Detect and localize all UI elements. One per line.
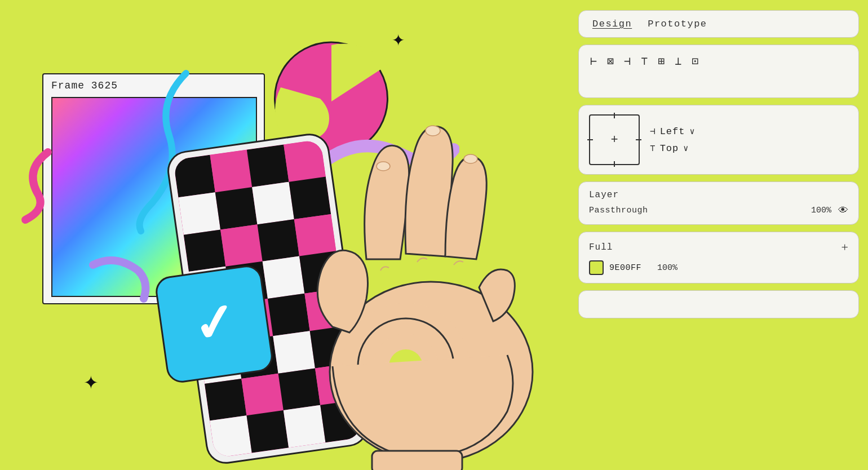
check-badge: ✓: [154, 264, 275, 385]
align-right-icon[interactable]: ⊣: [624, 54, 631, 68]
fill-card: Full + 9E00FF 100%: [578, 232, 859, 283]
layer-opacity-value[interactable]: 100%: [811, 206, 831, 215]
svg-point-7: [464, 154, 477, 163]
fill-title: Full: [589, 242, 613, 252]
horizontal-label[interactable]: Left: [660, 126, 685, 137]
align-bottom-icon[interactable]: ⊥: [675, 54, 681, 68]
hand-illustration: [293, 90, 569, 470]
constraint-left-handle: [587, 139, 593, 140]
align-left-icon[interactable]: ⊢: [590, 54, 597, 68]
constraint-center-icon: +: [610, 133, 618, 147]
constraint-top-handle: [614, 113, 615, 118]
tab-design[interactable]: Design: [592, 19, 632, 29]
vertical-arrow-icon: ⊤: [650, 143, 656, 154]
fill-row: 9E00FF 100%: [589, 260, 848, 275]
distribute-h-icon[interactable]: ⊡: [692, 54, 698, 68]
constraint-right-handle: [636, 139, 641, 140]
horizontal-dropdown-icon[interactable]: ∨: [689, 126, 694, 137]
visibility-toggle-icon[interactable]: 👁: [838, 205, 848, 216]
check-mark-icon: ✓: [190, 296, 239, 352]
vertical-label[interactable]: Top: [660, 143, 679, 154]
constraint-box: +: [589, 114, 640, 165]
canvas-area: Frame 3625 ✦ ✦: [0, 0, 569, 470]
svg-point-6: [426, 126, 440, 136]
sparkle-star-2: ✦: [83, 372, 99, 393]
horizontal-position-row: ⊣ Left ∨: [650, 126, 694, 137]
vertical-dropdown-icon[interactable]: ∨: [683, 143, 688, 154]
horizontal-arrow-icon: ⊣: [650, 126, 656, 137]
fill-color-swatch[interactable]: [589, 260, 604, 275]
fill-hex-value[interactable]: 9E00FF: [609, 263, 641, 273]
position-card: + ⊣ Left ∨ ⊤ Top ∨: [578, 105, 859, 175]
position-controls: ⊣ Left ∨ ⊤ Top ∨: [650, 126, 694, 154]
layer-title: Layer: [589, 190, 848, 200]
layer-card: Layer Passthrough 100% 👁: [578, 181, 859, 225]
sparkle-star-1: ✦: [392, 31, 405, 50]
align-center-h-icon[interactable]: ⊠: [607, 54, 614, 68]
tab-prototype[interactable]: Prototype: [648, 19, 707, 29]
position-inner: + ⊣ Left ∨ ⊤ Top ∨: [589, 114, 848, 165]
align-center-v-icon[interactable]: ⊞: [658, 54, 665, 68]
layer-blend-mode[interactable]: Passthrough: [589, 206, 648, 215]
svg-point-5: [377, 162, 390, 171]
fill-opacity-value[interactable]: 100%: [657, 263, 677, 273]
fill-header: Full +: [589, 240, 848, 255]
add-fill-button[interactable]: +: [842, 240, 848, 255]
frame-label: Frame 3625: [51, 80, 118, 91]
align-top-icon[interactable]: ⊤: [641, 54, 648, 68]
tabs-card: Design Prototype: [578, 10, 859, 38]
alignment-card: ⊢ ⊠ ⊣ ⊤ ⊞ ⊥ ⊡: [578, 45, 859, 98]
alignment-row: ⊢ ⊠ ⊣ ⊤ ⊞ ⊥ ⊡: [590, 54, 847, 68]
right-panel: Design Prototype ⊢ ⊠ ⊣ ⊤ ⊞ ⊥ ⊡ +: [569, 0, 868, 470]
layer-row: Passthrough 100% 👁: [589, 205, 848, 216]
svg-rect-4: [372, 451, 462, 470]
vertical-position-row: ⊤ Top ∨: [650, 143, 694, 154]
bottom-partial-card: [578, 290, 859, 318]
constraint-bottom-handle: [614, 161, 615, 167]
